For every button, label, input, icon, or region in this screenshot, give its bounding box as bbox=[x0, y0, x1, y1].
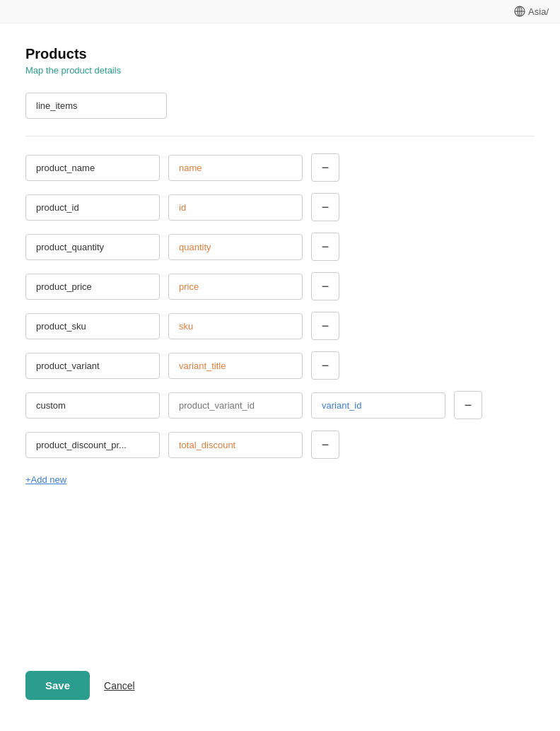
table-row: − bbox=[25, 431, 535, 459]
page-title: Products bbox=[25, 46, 535, 62]
remove-discount-row-button[interactable]: − bbox=[311, 431, 339, 459]
minus-icon-custom: − bbox=[465, 398, 472, 413]
section-divider bbox=[25, 136, 535, 136]
minus-icon-discount: − bbox=[322, 438, 329, 452]
table-row: − bbox=[25, 312, 535, 340]
right-field-variant-title[interactable] bbox=[168, 353, 303, 379]
right-field-sku[interactable] bbox=[168, 313, 303, 339]
minus-icon-4: − bbox=[322, 279, 329, 294]
left-field-product-name[interactable] bbox=[25, 155, 160, 181]
remove-row-3-button[interactable]: − bbox=[311, 233, 339, 261]
remove-row-5-button[interactable]: − bbox=[311, 312, 339, 340]
right-field-price[interactable] bbox=[168, 274, 303, 300]
globe-icon bbox=[514, 6, 525, 17]
left-field-custom[interactable] bbox=[25, 392, 160, 419]
left-field-product-price[interactable] bbox=[25, 274, 160, 300]
minus-icon-6: − bbox=[322, 358, 329, 373]
minus-icon-5: − bbox=[322, 319, 329, 334]
minus-icon-3: − bbox=[322, 240, 329, 255]
remove-row-6-button[interactable]: − bbox=[311, 351, 339, 380]
add-new-button[interactable]: +Add new bbox=[25, 474, 66, 485]
mapping-rows: − − − − bbox=[25, 153, 535, 459]
table-row: − bbox=[25, 272, 535, 300]
right-field-id[interactable] bbox=[168, 194, 303, 221]
top-bar: Asia/ bbox=[0, 0, 560, 23]
remove-row-1-button[interactable]: − bbox=[311, 153, 339, 182]
main-content: Products Map the product details − − bbox=[0, 23, 560, 550]
remove-row-2-button[interactable]: − bbox=[311, 193, 339, 221]
table-row: − bbox=[25, 233, 535, 261]
remove-row-4-button[interactable]: − bbox=[311, 272, 339, 300]
minus-icon-2: − bbox=[322, 200, 329, 215]
left-field-product-discount[interactable] bbox=[25, 432, 160, 458]
table-row: − bbox=[25, 153, 535, 182]
left-field-product-variant[interactable] bbox=[25, 353, 160, 379]
cancel-button[interactable]: Cancel bbox=[104, 680, 135, 691]
table-row: − bbox=[25, 193, 535, 221]
remove-custom-row-button[interactable]: − bbox=[454, 391, 482, 419]
left-field-product-sku[interactable] bbox=[25, 313, 160, 339]
right-field-quantity[interactable] bbox=[168, 234, 303, 260]
save-button[interactable]: Save bbox=[25, 671, 90, 700]
footer-actions: Save Cancel bbox=[0, 654, 161, 717]
region-selector[interactable]: Asia/ bbox=[514, 6, 549, 17]
source-field-input[interactable] bbox=[25, 93, 167, 119]
right-field-variant-id[interactable] bbox=[311, 392, 445, 419]
source-field-container bbox=[25, 93, 535, 119]
custom-row: − bbox=[25, 391, 535, 419]
middle-field-product-variant-id[interactable] bbox=[168, 392, 303, 419]
right-field-name[interactable] bbox=[168, 155, 303, 181]
left-field-product-quantity[interactable] bbox=[25, 234, 160, 260]
left-field-product-id[interactable] bbox=[25, 194, 160, 221]
region-label: Asia/ bbox=[528, 6, 549, 17]
right-field-total-discount[interactable] bbox=[168, 432, 303, 458]
minus-icon-1: − bbox=[322, 160, 329, 175]
table-row: − bbox=[25, 351, 535, 380]
page-subtitle: Map the product details bbox=[25, 65, 535, 76]
